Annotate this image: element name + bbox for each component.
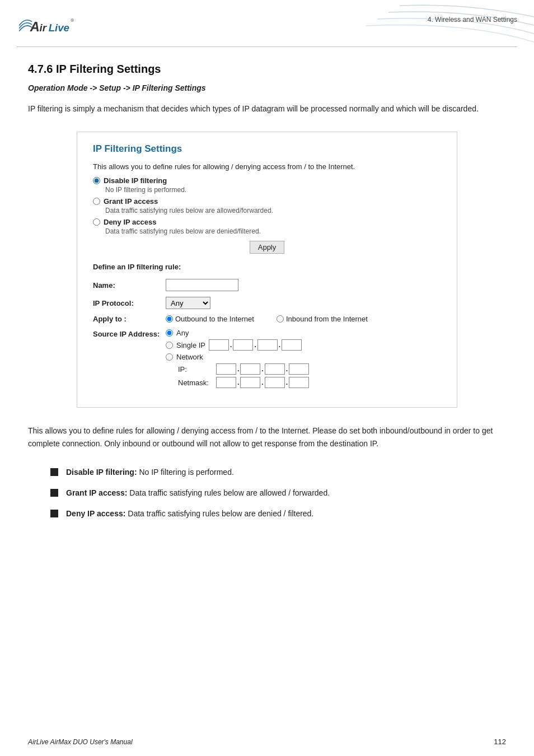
- source-ip-label: Source IP Address:: [93, 329, 166, 338]
- apply-to-label: Apply to :: [93, 315, 166, 323]
- header: A ir Live ® 4. Wireless and WAN Settings: [0, 0, 534, 41]
- outbound-option[interactable]: Outbound to the Internet: [166, 315, 254, 323]
- deny-radio[interactable]: [93, 218, 100, 226]
- bullet-square-2: [50, 489, 58, 497]
- bullet-disable-bold: Disable IP filtering:: [66, 468, 137, 477]
- network-ip-seg4[interactable]: [289, 363, 309, 375]
- apply-to-row: Apply to : Outbound to the Internet Inbo…: [93, 315, 441, 323]
- netmask-seg2[interactable]: [240, 377, 260, 388]
- svg-text:Live: Live: [49, 22, 69, 34]
- grant-desc: Data traffic satisfying rules below are …: [105, 207, 441, 214]
- disable-desc: No IP filtering is performed.: [105, 186, 441, 194]
- bullet-list: Disable IP filtering: No IP filtering is…: [50, 466, 506, 520]
- network-ip-seg2[interactable]: [240, 363, 260, 375]
- bullet-item-disable: Disable IP filtering: No IP filtering is…: [50, 466, 506, 478]
- disable-label: Disable IP filtering: [104, 176, 167, 185]
- network-ip-row: IP: . . .: [178, 363, 309, 375]
- source-network-radio[interactable]: [166, 353, 173, 361]
- inbound-option[interactable]: Inbound from the Internet: [277, 315, 368, 323]
- bullet-deny-text: Deny IP access: Data traffic satisfying …: [66, 508, 313, 520]
- dot1: .: [230, 341, 232, 349]
- settings-box-title: IP Filtering Settings: [93, 143, 441, 155]
- single-ip-seg3[interactable]: [257, 339, 278, 351]
- footer-right: 112: [494, 738, 506, 746]
- source-single-radio[interactable]: [166, 342, 173, 349]
- inbound-radio[interactable]: [277, 315, 284, 323]
- footer-left: AirLive AirMax DUO User's Manual: [28, 738, 133, 746]
- disable-radio[interactable]: [93, 177, 100, 184]
- bullet-square-3: [50, 510, 58, 517]
- outbound-radio[interactable]: [166, 315, 173, 323]
- mndot2: .: [261, 379, 263, 386]
- network-ip-seg1[interactable]: [216, 363, 236, 375]
- footer: AirLive AirMax DUO User's Manual 112: [28, 738, 506, 746]
- mndot3: .: [286, 379, 288, 386]
- name-label: Name:: [93, 281, 166, 290]
- netmask-seg3[interactable]: [265, 377, 285, 388]
- logo-area: A ir Live ®: [17, 10, 78, 41]
- form-section-title: Define an IP filtering rule:: [93, 263, 441, 271]
- single-ip-input: . . .: [209, 339, 302, 351]
- bullet-grant-text: Grant IP access: Data traffic satisfying…: [66, 487, 330, 499]
- mndot1: .: [237, 379, 239, 386]
- ip-sublabel: IP:: [178, 365, 213, 374]
- inbound-label: Inbound from the Internet: [286, 315, 368, 323]
- deny-ip-option[interactable]: Deny IP access: [93, 218, 441, 226]
- grant-ip-option[interactable]: Grant IP access: [93, 197, 441, 206]
- intro-text: IP filtering is simply a mechanism that …: [28, 102, 506, 115]
- apply-to-options: Outbound to the Internet Inbound from th…: [166, 315, 368, 323]
- source-any-option[interactable]: Any: [166, 329, 309, 337]
- apply-btn-row: Apply: [93, 241, 441, 254]
- bullet-deny-bold: Deny IP access:: [66, 509, 125, 518]
- network-ip-seg3[interactable]: [265, 363, 285, 375]
- bullet-grant-bold: Grant IP access:: [66, 488, 127, 497]
- grant-radio[interactable]: [93, 198, 100, 205]
- source-single-label: Single IP: [176, 341, 205, 349]
- ip-protocol-row: IP Protocol: Any TCP UDP ICMP: [93, 297, 441, 309]
- header-right: 4. Wireless and WAN Settings: [428, 10, 517, 24]
- chapter-label: 4. Wireless and WAN Settings: [428, 16, 517, 24]
- dot3: .: [279, 341, 280, 349]
- source-any-label: Any: [176, 329, 189, 337]
- settings-box: IP Filtering Settings This allows you to…: [77, 132, 457, 408]
- source-network-label: Network: [176, 353, 203, 361]
- single-ip-seg1[interactable]: [209, 339, 229, 351]
- source-ip-row: Source IP Address: Any Single IP . .: [93, 329, 441, 388]
- netmask-sublabel: Netmask:: [178, 379, 213, 387]
- svg-text:®: ®: [71, 18, 74, 23]
- ndot1: .: [237, 365, 239, 373]
- deny-desc: Data traffic satisfying rules below are …: [105, 227, 441, 235]
- source-network-option[interactable]: Network: [166, 353, 309, 361]
- ip-protocol-select[interactable]: Any TCP UDP ICMP: [166, 297, 210, 309]
- breadcrumb: Operation Mode -> Setup -> IP Filtering …: [28, 83, 506, 92]
- disable-ip-filtering-option[interactable]: Disable IP filtering: [93, 176, 441, 185]
- source-any-radio[interactable]: [166, 329, 173, 337]
- netmask-seg4[interactable]: [289, 377, 309, 388]
- bullet-item-deny: Deny IP access: Data traffic satisfying …: [50, 508, 506, 520]
- main-content: 4.7.6 IP Filtering Settings Operation Mo…: [0, 47, 534, 545]
- bullet-item-grant: Grant IP access: Data traffic satisfying…: [50, 487, 506, 499]
- bullet-disable-text: Disable IP filtering: No IP filtering is…: [66, 466, 234, 478]
- body-text: This allows you to define rules for allo…: [28, 424, 506, 450]
- name-row: Name:: [93, 279, 441, 291]
- ndot3: .: [286, 365, 288, 373]
- dot2: .: [254, 341, 256, 349]
- source-single-option[interactable]: Single IP . . .: [166, 339, 309, 351]
- ip-protocol-label: IP Protocol:: [93, 299, 166, 307]
- grant-label: Grant IP access: [104, 197, 158, 206]
- netmask-input: . . .: [216, 377, 309, 388]
- netmask-seg1[interactable]: [216, 377, 236, 388]
- single-ip-seg2[interactable]: [233, 339, 253, 351]
- apply-button[interactable]: Apply: [250, 241, 285, 254]
- name-input[interactable]: [166, 279, 238, 291]
- network-ip-input: . . .: [216, 363, 309, 375]
- svg-text:A: A: [30, 20, 40, 34]
- ndot2: .: [261, 365, 263, 373]
- single-ip-seg4[interactable]: [282, 339, 302, 351]
- section-title: 4.7.6 IP Filtering Settings: [28, 63, 506, 76]
- network-netmask-row: Netmask: . . .: [178, 377, 309, 388]
- airlive-logo: A ir Live ®: [17, 10, 78, 41]
- bullet-square-1: [50, 468, 58, 476]
- source-ip-options: Any Single IP . . .: [166, 329, 309, 388]
- settings-desc: This allows you to define rules for allo…: [93, 162, 441, 171]
